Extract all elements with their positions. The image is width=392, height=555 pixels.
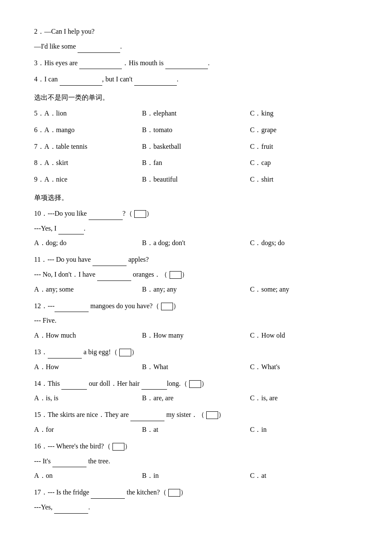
q13-blank1[interactable] [48,358,82,358]
q3-blank1[interactable] [79,69,122,69]
q3-blank2[interactable] [165,69,208,69]
q10-blank1[interactable] [89,220,123,220]
q10-b: B．a dog; don't [142,237,250,249]
q15-b: B．at [142,424,250,436]
q10-paren[interactable] [134,210,146,218]
question-15: 15．The skirts are nice．They are my siste… [34,409,358,436]
q11-text2: --- No, I don't．I have oranges．（） [34,271,188,278]
question-8: 8．A．skirt B．fan C．cap [34,157,358,169]
q6-b: B．tomato [142,124,250,136]
q8-num-a: 8．A．skirt [34,157,142,169]
q5-b: B．elephant [142,107,250,120]
q2-text2: —I'd like some . [34,43,122,50]
q12-paren[interactable] [161,303,173,310]
q2-line2: —I'd like some . [34,40,358,53]
q7-num: 7． [34,143,44,150]
q11-paren[interactable] [170,271,182,279]
q4-blank1[interactable] [60,85,102,86]
q14-b: B．are, are [142,392,250,405]
q16-a: A．on [34,470,142,482]
q13-line1: 13． a big egg!（） [34,346,358,358]
q11-a: A．any; some [34,283,142,296]
q12-line1: 12．--- mangoes do you have?（） [34,300,358,312]
section2-title: 单项选择。 [34,194,68,201]
q15-text1: 15．The skirts are nice．They are my siste… [34,411,225,418]
q7-num-a: 7．A．table tennis [34,141,142,153]
q11-options: A．any; some B．any; any C．some; any [34,283,358,296]
q10-line2: ---Yes, I . [34,223,358,235]
q14-options: A．is, is B．are, are C．is, are [34,392,358,405]
q11-text1: 11．--- Do you have apples? [34,256,149,263]
q4-blank2[interactable] [134,85,177,86]
q16-blank1[interactable] [52,467,86,467]
q8-num: 8． [34,159,44,166]
q11-blank1[interactable] [92,266,127,266]
q12-options: A．How much B．How many C．How old [34,330,358,342]
q2-line1: 2．—Can I help you? [34,26,358,38]
q7-b: B．basketball [142,141,250,153]
q14-paren[interactable] [189,380,201,388]
q17-blank2[interactable] [54,513,88,514]
question-3: 3．His eyes are ．His mouth is . [34,57,358,69]
q9-num-a: 9．A．nice [34,173,142,186]
q14-line1: 14．This our doll．Her hair long.（） [34,378,358,390]
q7-a: A．table tennis [44,143,87,150]
q13-a: A．How [34,361,142,373]
q17-blank1[interactable] [91,498,125,499]
question-11: 11．--- Do you have apples? --- No, I don… [34,254,358,295]
q15-blank1[interactable] [130,421,164,421]
q6-num-a: 6．A．mango [34,124,142,136]
q15-paren[interactable] [206,411,218,419]
q10-text2: ---Yes, I . [34,225,86,232]
q16-b: B．in [142,470,250,482]
q17-text1: 17．--- Is the fridge the kitchen?（） [34,489,187,496]
q12-text2: --- Five. [34,317,56,324]
q3-text1: 3．His eyes are ．His mouth is . [34,59,210,66]
q13-paren[interactable] [119,349,131,356]
question-4: 4．I can , but I can't . [34,73,358,86]
q5-c: C．king [250,107,358,120]
q11-blank2[interactable] [97,280,131,281]
q11-line2: --- No, I don't．I have oranges．（） [34,269,358,281]
question-17: 17．--- Is the fridge the kitchen?（） ---Y… [34,486,358,514]
q10-line1: 10．---Do you like ?（） [34,208,358,220]
section1-header: 选出不是同一类的单词。 [34,92,358,104]
q10-c: C．dogs; do [250,237,358,249]
q7-options: 7．A．table tennis B．basketball C．fruit [34,141,358,153]
q8-b: B．fan [142,157,250,169]
q17-line1: 17．--- Is the fridge the kitchen?（） [34,486,358,499]
q6-options: 6．A．mango B．tomato C．grape [34,124,358,136]
q14-blank1[interactable] [61,389,87,390]
q9-c: C．shirt [250,173,358,186]
q13-text1: 13． a big egg!（） [34,348,138,356]
q8-a: A．skirt [44,159,68,166]
question-2: 2．—Can I help you? —I'd like some . [34,26,358,53]
q12-blank1[interactable] [55,312,89,312]
question-9: 9．A．nice B．beautiful C．shirt [34,173,358,186]
section1-title: 选出不是同一类的单词。 [34,94,109,101]
q16-options: A．on B．in C．at [34,470,358,482]
q6-a: A．mango [44,126,75,133]
q16-c: C．at [250,470,358,482]
q2-blank[interactable] [78,52,120,53]
question-13: 13． a big egg!（） A．How B．What C．What's [34,346,358,373]
q10-blank2[interactable] [58,234,84,234]
q17-paren[interactable] [168,489,180,497]
q6-c: C．grape [250,124,358,136]
q10-text1: 10．---Do you like ?（） [34,210,153,217]
q11-c: C．some; any [250,283,358,296]
q16-paren[interactable] [112,443,124,451]
q17-text2: ---Yes, . [34,503,90,511]
q13-c: C．What's [250,361,358,373]
q7-c: C．fruit [250,141,358,153]
q14-blank2[interactable] [141,389,167,390]
q12-text1: 12．--- mangoes do you have?（） [34,302,180,309]
q9-num: 9． [34,176,44,183]
q11-b: B．any; any [142,283,250,296]
q16-line1: 16．--- Where's the bird?（） [34,440,358,453]
q10-a: A．dog; do [34,237,142,249]
question-14: 14．This our doll．Her hair long.（） A．is, … [34,378,358,405]
q2-text1: 2．—Can I help you? [34,28,95,35]
q5-a: A．lion [44,110,66,117]
question-5: 5．A．lion B．elephant C．king [34,107,358,120]
